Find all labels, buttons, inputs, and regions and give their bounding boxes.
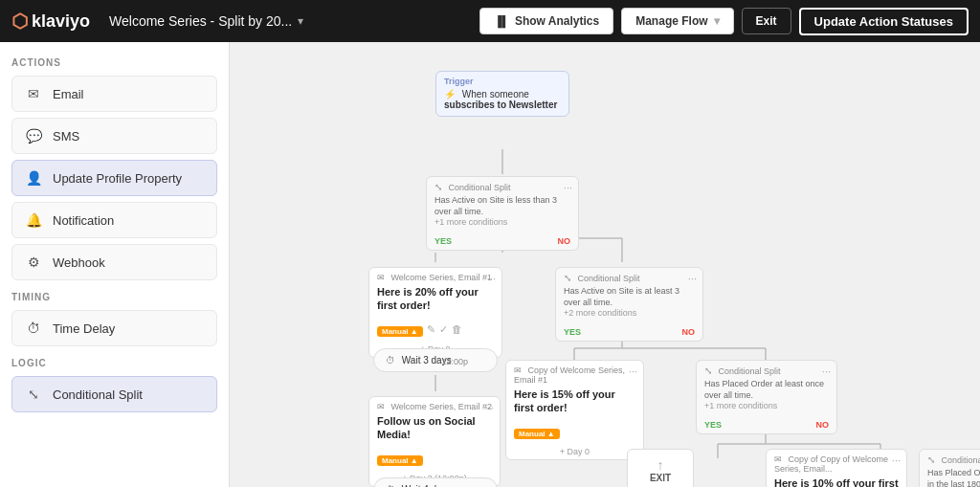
manage-chevron-icon: ▾ <box>714 14 720 28</box>
email2-actions: Manual ▲ <box>369 448 500 471</box>
email-copy1-icon: ✉ <box>514 365 522 375</box>
trigger-body: ⚡ When someone subscribes to Newsletter <box>436 86 568 116</box>
check-icon[interactable]: ✓ <box>439 323 448 336</box>
email-copy2-header: ✉ Copy of Copy of Welcome Series, Email.… <box>767 450 906 474</box>
trigger-icon: ⚡ <box>444 89 456 100</box>
split4-node[interactable]: ··· ⤡ Conditional Split Has Placed Order… <box>919 449 980 487</box>
wait1-time: 12:00p <box>441 357 468 366</box>
update-action-statuses-button[interactable]: Update Action Statuses <box>799 8 969 35</box>
analytics-icon: ▐▌ <box>494 15 509 27</box>
sidebar-item-update-profile[interactable]: 👤 Update Profile Property <box>11 160 217 196</box>
split2-yes-no: YES NO <box>556 323 702 341</box>
email2-header: ✉ Welcome Series, Email #2 <box>369 397 500 411</box>
split2-menu[interactable]: ··· <box>688 273 697 284</box>
email-copy1-body: Here is 15% off your first order! <box>506 385 643 421</box>
email1-body: Here is 20% off your first order! <box>369 282 501 319</box>
email2-badge: Manual ▲ <box>377 455 423 466</box>
split3-icon: ⤡ <box>704 365 712 376</box>
split1-node[interactable]: ··· ⤡ Conditional Split Has Active on Si… <box>426 176 579 251</box>
header-actions: ▐▌ Show Analytics Manage Flow ▾ Exit Upd… <box>479 8 969 35</box>
email2-body: Follow us on Social Media! <box>369 411 500 448</box>
email1-node[interactable]: ··· ✉ Welcome Series, Email #1 Here is 2… <box>368 267 502 358</box>
timing-section-label: TIMING <box>11 292 217 302</box>
split3-no: NO <box>768 420 829 430</box>
split2-node[interactable]: ··· ⤡ Conditional Split Has Active on Si… <box>555 267 703 342</box>
logo-icon: ⬡ <box>11 10 28 33</box>
split1-header: ⤡ Conditional Split <box>427 177 578 192</box>
sidebar-item-email[interactable]: ✉ Email <box>11 76 217 112</box>
flow-title: Welcome Series - Split by 20... ▾ <box>109 13 468 29</box>
split2-yes: YES <box>564 327 628 337</box>
exit1-icon: ↑ <box>637 457 683 473</box>
no-label: NO <box>504 236 570 246</box>
email-icon: ✉ <box>24 84 43 103</box>
trigger-node[interactable]: Trigger ⚡ When someone subscribes to New… <box>435 71 569 117</box>
actions-section-label: ACTIONS <box>11 57 217 68</box>
split4-header: ⤡ Conditional Split <box>920 450 980 465</box>
email-copy1-node[interactable]: ··· ✉ Copy of Welcome Series, Email #1 H… <box>505 360 644 460</box>
trigger-header: Trigger <box>436 72 568 86</box>
split2-icon: ⤡ <box>564 273 571 283</box>
split3-yes: YES <box>704 420 765 430</box>
sidebar-item-conditional-split[interactable]: ⤡ Conditional Split <box>11 376 217 412</box>
sidebar-item-sms[interactable]: 💬 SMS <box>11 118 217 154</box>
split1-menu[interactable]: ··· <box>564 182 572 193</box>
split1-yes-no: YES NO <box>427 232 578 250</box>
sidebar-item-time-delay[interactable]: ⏱ Time Delay <box>11 310 217 346</box>
wait1-node[interactable]: 12:00p ⏱ Wait 3 days <box>373 348 498 372</box>
flow-title-text: Welcome Series - Split by 20... <box>109 13 292 29</box>
split3-body: Has Placed Order at least once over all … <box>697 376 836 416</box>
logo: ⬡ klaviyo <box>11 10 90 33</box>
exit1-node: ↑ EXIT <box>627 449 694 487</box>
email-copy1-header: ✉ Copy of Welcome Series, Email #1 <box>506 361 643 385</box>
split1-body: Has Active on Site is less than 3 over a… <box>427 192 578 232</box>
split3-menu[interactable]: ··· <box>822 365 831 377</box>
email1-menu[interactable]: ··· <box>487 273 496 284</box>
clock-icon: ⏱ <box>386 355 395 365</box>
wait2-node[interactable]: 12:00p ⏱ Wait 4 days <box>373 477 498 487</box>
email2-node[interactable]: ··· ✉ Welcome Series, Email #2 Follow us… <box>368 396 501 487</box>
email1-badge: Manual ▲ <box>377 326 423 337</box>
edit-icon[interactable]: ✎ <box>427 323 435 336</box>
split-icon: ⤡ <box>24 385 43 404</box>
webhook-icon: ⚙ <box>24 253 43 272</box>
email2-menu[interactable]: ··· <box>485 402 494 413</box>
show-analytics-button[interactable]: ▐▌ Show Analytics <box>479 8 613 34</box>
delete-icon[interactable]: 🗑 <box>452 323 462 335</box>
canvas[interactable]: Trigger ⚡ When someone subscribes to New… <box>230 42 980 487</box>
split2-header: ⤡ Conditional Split <box>556 268 702 283</box>
logic-section-label: LOGIC <box>11 358 217 368</box>
email-copy2-node[interactable]: ··· ✉ Copy of Copy of Welcome Series, Em… <box>766 449 907 487</box>
split2-body: Has Active on Site is at least 3 over al… <box>556 283 702 323</box>
split2-no: NO <box>632 327 696 337</box>
email1-actions: Manual ▲ ✎ ✓ 🗑 <box>369 319 501 342</box>
chevron-down-icon[interactable]: ▾ <box>298 14 303 28</box>
manage-flow-button[interactable]: Manage Flow ▾ <box>621 8 733 34</box>
email-copy2-menu[interactable]: ··· <box>892 454 901 466</box>
header: ⬡ klaviyo Welcome Series - Split by 20..… <box>0 0 980 42</box>
person-icon: 👤 <box>24 168 43 188</box>
split-icon: ⤡ <box>434 182 442 192</box>
sidebar-item-webhook[interactable]: ⚙ Webhook <box>11 244 217 280</box>
email-copy1-day: + Day 0 <box>506 444 643 459</box>
app-body: ACTIONS ✉ Email 💬 SMS 👤 Update Profile P… <box>0 42 980 487</box>
split4-icon: ⤡ <box>927 454 935 465</box>
split3-header: ⤡ Conditional Split <box>697 361 836 376</box>
email-icon: ✉ <box>377 273 385 282</box>
split4-body: Has Placed Order at least once in the la… <box>920 465 980 487</box>
email2-icon: ✉ <box>377 402 385 411</box>
flow-canvas: Trigger ⚡ When someone subscribes to New… <box>249 61 980 487</box>
exit-button[interactable]: Exit <box>742 8 791 34</box>
sidebar: ACTIONS ✉ Email 💬 SMS 👤 Update Profile P… <box>0 42 230 487</box>
yes-label: YES <box>434 236 501 246</box>
email-copy1-menu[interactable]: ··· <box>629 365 637 377</box>
email-copy2-icon: ✉ <box>774 454 782 464</box>
split3-node[interactable]: ··· ⤡ Conditional Split Has Placed Order… <box>696 360 837 434</box>
email-copy1-badge: Manual ▲ <box>514 429 560 439</box>
sidebar-item-notification[interactable]: 🔔 Notification <box>11 202 217 238</box>
email-copy1-actions: Manual ▲ <box>506 421 643 444</box>
sms-icon: 💬 <box>24 126 43 145</box>
email1-header: ✉ Welcome Series, Email #1 <box>369 268 501 282</box>
split3-yes-no: YES NO <box>697 416 836 433</box>
email-copy2-body: Here is 10% off your first order! <box>767 474 906 487</box>
